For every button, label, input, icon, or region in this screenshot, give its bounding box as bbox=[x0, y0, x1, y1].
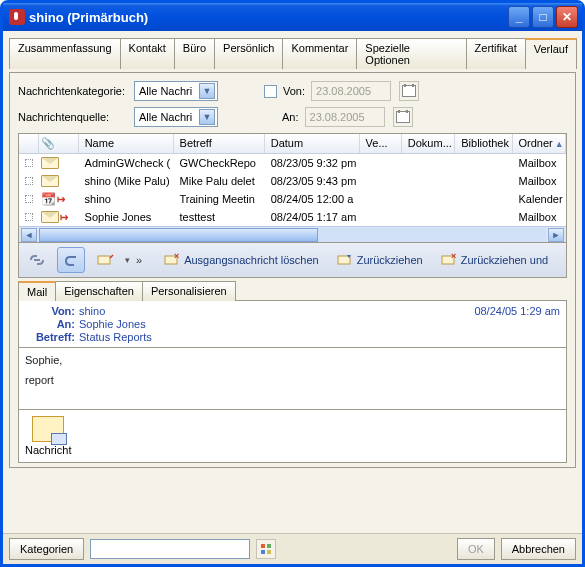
tab-verlauf[interactable]: Verlauf bbox=[525, 38, 577, 69]
app-icon bbox=[9, 9, 25, 25]
attachment-button[interactable] bbox=[57, 247, 85, 273]
kategorie-input[interactable] bbox=[90, 539, 250, 559]
svg-rect-9 bbox=[267, 550, 271, 554]
von-label: Von: bbox=[283, 85, 305, 97]
an-calendar-icon[interactable] bbox=[393, 107, 413, 127]
kategorie-picker-icon[interactable] bbox=[256, 539, 276, 559]
quelle-label: Nachrichtenquelle: bbox=[18, 111, 128, 123]
tab-persoenlich[interactable]: Persönlich bbox=[214, 38, 283, 69]
an-date[interactable]: 23.08.2005 bbox=[305, 107, 385, 127]
svg-rect-6 bbox=[261, 544, 265, 548]
kategorie-value: Alle Nachri bbox=[139, 85, 192, 97]
table-row[interactable]: 📆↦ shino Training Meetin 08/24/05 12:00 … bbox=[19, 190, 566, 208]
verlauf-panel: Nachrichtenkategorie: Alle Nachri ▼ Von:… bbox=[9, 72, 576, 468]
von-value: shino bbox=[79, 305, 105, 317]
body-line: Sophie, bbox=[25, 354, 560, 366]
kategorie-label: Nachrichtenkategorie: bbox=[18, 85, 128, 97]
tab-zusammenfassung[interactable]: Zusammenfassung bbox=[9, 38, 121, 69]
kategorien-button[interactable]: Kategorien bbox=[9, 538, 84, 560]
betreff-key: Betreff: bbox=[25, 331, 75, 343]
main-tabs: Zusammenfassung Kontakt Büro Persönlich … bbox=[9, 37, 576, 68]
msgtab-mail[interactable]: Mail bbox=[18, 281, 56, 301]
col-name[interactable]: Name bbox=[79, 134, 174, 153]
an-key: An: bbox=[25, 318, 75, 330]
tab-buero[interactable]: Büro bbox=[174, 38, 215, 69]
ok-button[interactable]: OK bbox=[457, 538, 495, 560]
col-bibliothek[interactable]: Bibliothek bbox=[455, 134, 512, 153]
chevron-down-icon: ▼ bbox=[199, 109, 215, 125]
tab-spezielle-optionen[interactable]: Spezielle Optionen bbox=[356, 38, 466, 69]
body-line: report bbox=[25, 374, 560, 386]
chevron-right-icon[interactable]: » bbox=[136, 254, 142, 266]
scroll-thumb[interactable] bbox=[39, 228, 318, 242]
close-button[interactable]: ✕ bbox=[556, 6, 578, 28]
message-timestamp: 08/24/05 1:29 am bbox=[474, 305, 560, 317]
message-tabs: Mail Eigenschaften Personalisieren bbox=[18, 280, 567, 300]
mail-reply-button[interactable] bbox=[91, 247, 119, 273]
quelle-select[interactable]: Alle Nachri ▼ bbox=[134, 107, 218, 127]
calendar-event-icon: 📆 bbox=[41, 192, 56, 206]
chevron-down-icon: ▼ bbox=[199, 83, 215, 99]
von-calendar-icon[interactable] bbox=[399, 81, 419, 101]
scroll-right-button[interactable]: ► bbox=[548, 228, 564, 242]
von-checkbox[interactable] bbox=[264, 85, 277, 98]
quelle-value: Alle Nachri bbox=[139, 111, 192, 123]
svg-rect-8 bbox=[261, 550, 265, 554]
abbrechen-button[interactable]: Abbrechen bbox=[501, 538, 576, 560]
svg-rect-3 bbox=[338, 256, 350, 264]
dropdown-arrow-icon[interactable]: ▾ bbox=[125, 255, 130, 265]
attachment-item[interactable]: Nachricht bbox=[25, 416, 71, 456]
scroll-left-button[interactable]: ◄ bbox=[21, 228, 37, 242]
footer: Kategorien OK Abbrechen bbox=[3, 533, 582, 564]
row-checkbox[interactable] bbox=[25, 195, 33, 203]
col-ve[interactable]: Ve... bbox=[360, 134, 402, 153]
attachment-icon: 📎 bbox=[41, 137, 55, 150]
mail-icon bbox=[41, 157, 59, 169]
message-attachment-icon bbox=[32, 416, 64, 442]
col-ordner[interactable]: Ordner▲ bbox=[513, 134, 566, 153]
table-row[interactable]: shino (Mike Palu) Mike Palu delet 08/23/… bbox=[19, 172, 566, 190]
von-date[interactable]: 23.08.2005 bbox=[311, 81, 391, 101]
tab-kommentar[interactable]: Kommentar bbox=[282, 38, 357, 69]
message-body[interactable]: Sophie, report bbox=[18, 348, 567, 410]
col-dokum[interactable]: Dokum... bbox=[402, 134, 455, 153]
svg-rect-7 bbox=[267, 544, 271, 548]
svg-rect-0 bbox=[98, 256, 110, 264]
sort-asc-icon: ▲ bbox=[555, 139, 564, 149]
von-key: Von: bbox=[25, 305, 75, 317]
table-row[interactable]: ↦ Sophie Jones testtest 08/24/05 1:17 am… bbox=[19, 208, 566, 226]
tab-kontakt[interactable]: Kontakt bbox=[120, 38, 175, 69]
message-table: 📎 Name Betreff Datum Ve... Dokum... Bibl… bbox=[18, 133, 567, 243]
retract-and-button[interactable]: × Zurückziehen und bbox=[435, 247, 554, 273]
minimize-button[interactable]: _ bbox=[508, 6, 530, 28]
sent-icon: ↦ bbox=[60, 212, 68, 223]
horizontal-scrollbar[interactable]: ◄ ► bbox=[19, 226, 566, 242]
betreff-value: Status Reports bbox=[79, 331, 152, 343]
retract-button[interactable]: Zurückziehen bbox=[331, 247, 429, 273]
row-checkbox[interactable] bbox=[25, 213, 33, 221]
window: shino (Primärbuch) _ □ ✕ Zusammenfassung… bbox=[0, 0, 585, 567]
link-button[interactable] bbox=[23, 247, 51, 273]
attachment-label: Nachricht bbox=[25, 444, 71, 456]
row-checkbox[interactable] bbox=[25, 177, 33, 185]
attachment-panel: Nachricht bbox=[18, 410, 567, 463]
tab-zertifikat[interactable]: Zertifikat bbox=[466, 38, 526, 69]
action-toolbar: ▾ » × Ausgangsnachricht löschen Zurückzi… bbox=[18, 243, 567, 278]
col-datum[interactable]: Datum bbox=[265, 134, 360, 153]
delete-outgoing-button[interactable]: × Ausgangsnachricht löschen bbox=[158, 247, 325, 273]
msgtab-personalisieren[interactable]: Personalisieren bbox=[142, 281, 236, 301]
msgtab-eigenschaften[interactable]: Eigenschaften bbox=[55, 281, 143, 301]
an-label: An: bbox=[282, 111, 299, 123]
titlebar[interactable]: shino (Primärbuch) _ □ ✕ bbox=[3, 3, 582, 31]
kategorie-select[interactable]: Alle Nachri ▼ bbox=[134, 81, 218, 101]
row-checkbox[interactable] bbox=[25, 159, 33, 167]
table-header: 📎 Name Betreff Datum Ve... Dokum... Bibl… bbox=[19, 134, 566, 154]
maximize-button[interactable]: □ bbox=[532, 6, 554, 28]
table-row[interactable]: AdminGWcheck ( GWCheckRepo 08/23/05 9:32… bbox=[19, 154, 566, 172]
mail-icon bbox=[41, 211, 59, 223]
message-header-panel: Von: shino 08/24/05 1:29 am An: Sophie J… bbox=[18, 300, 567, 348]
col-betreff[interactable]: Betreff bbox=[174, 134, 265, 153]
svg-text:×: × bbox=[451, 253, 456, 261]
window-title: shino (Primärbuch) bbox=[29, 10, 148, 25]
svg-text:×: × bbox=[174, 253, 179, 261]
